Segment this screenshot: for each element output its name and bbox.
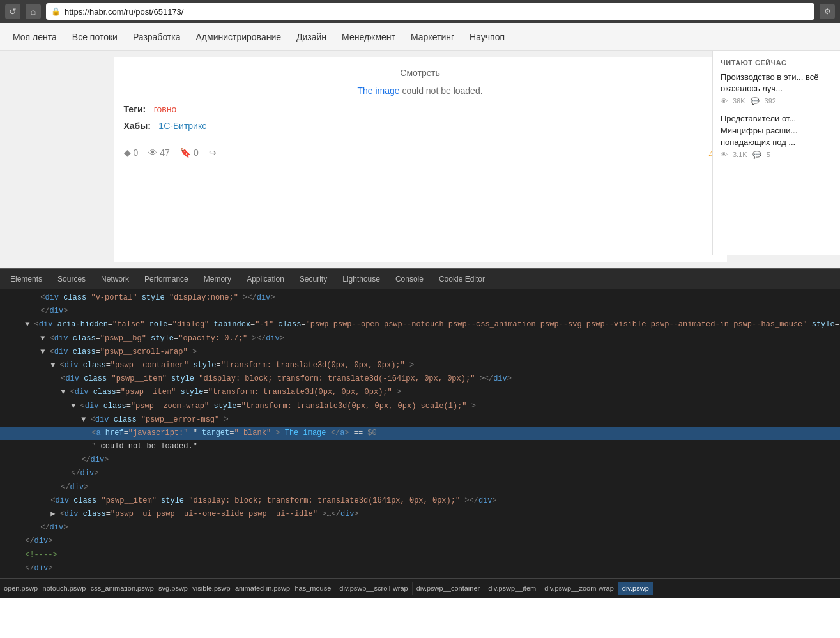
tab-performance[interactable]: Performance	[137, 271, 196, 289]
bookmarks-value: 0	[194, 148, 199, 158]
nav-all-streams[interactable]: Все потоки	[72, 32, 118, 42]
sidebar-heading: ЧИТАЮТ СЕЙЧАС	[721, 59, 832, 66]
tab-network[interactable]: Network	[93, 271, 137, 289]
score-value: 0	[134, 148, 139, 158]
sidebar-views-1: 36K	[733, 97, 745, 105]
html-line-17[interactable]: ▶ <div class="pswp__ui pswp__ui--one-sli…	[0, 508, 840, 521]
comments-icon-sidebar: 💬	[751, 97, 760, 105]
nav-development[interactable]: Разработка	[133, 32, 181, 42]
sidebar-article-1: Производство в эти... всё оказалось луч.…	[721, 72, 832, 105]
html-line-19[interactable]: </div>	[0, 535, 840, 548]
html-line-16[interactable]: <div class="pswp__item" style="display: …	[0, 494, 840, 508]
the-image-link-text[interactable]: The image	[285, 429, 326, 437]
devtools-tabs: Elements Sources Network Performance Mem…	[0, 268, 840, 289]
footer-score: ◆ 0	[124, 148, 139, 158]
tab-elements[interactable]: Elements	[3, 271, 50, 289]
breadcrumb-container[interactable]: div.pswp__container	[413, 582, 484, 595]
reload-button[interactable]: ↺	[5, 4, 20, 19]
sidebar-article-2: Представители от... Минцифры расши... по…	[721, 113, 832, 159]
browser-actions: ⚙	[820, 4, 835, 19]
html-line-10[interactable]: ▼ <div class="pswp__error-msg" >	[0, 413, 840, 427]
image-error-text: could not be loaded.	[400, 86, 483, 96]
footer-views: 👁 47	[148, 148, 170, 158]
image-error-message: The image could not be loaded.	[124, 86, 717, 96]
comments-icon-sidebar-2: 💬	[752, 151, 761, 159]
html-line-2[interactable]: </div>	[0, 305, 840, 318]
sidebar-views-2: 3.1K	[733, 151, 747, 159]
footer-bookmarks: 🔖 0	[180, 148, 199, 158]
browser-chrome: ↺ ⌂ 🔒 ⚙	[0, 0, 840, 23]
tags-label: Теги:	[124, 104, 146, 114]
tab-security[interactable]: Security	[292, 271, 335, 289]
html-line-7[interactable]: <div class="pswp__item" style="display: …	[0, 372, 840, 386]
lock-icon: 🔒	[51, 7, 61, 16]
html-line-5[interactable]: ▼ <div class="pswp__scroll-wrap" >	[0, 346, 840, 359]
tab-sources[interactable]: Sources	[50, 271, 93, 289]
html-line-9[interactable]: ▼ <div class="pswp__zoom-wrap" style="tr…	[0, 400, 840, 413]
article-footer: ◆ 0 👁 47 🔖 0 ↪ ⚠	[124, 142, 717, 158]
nav-design[interactable]: Дизайн	[296, 32, 326, 42]
hubs-row: Хабы: 1С-Битрикс	[124, 120, 717, 132]
tab-lighthouse[interactable]: Lighthouse	[335, 271, 388, 289]
sidebar-comments-1: 392	[765, 97, 776, 105]
sidebar-article-title-2[interactable]: Представители от... Минцифры расши... по…	[721, 113, 832, 148]
nav-science[interactable]: Научпоп	[470, 32, 505, 42]
hub-value[interactable]: 1С-Битрикс	[158, 121, 206, 131]
tab-console[interactable]: Console	[388, 271, 431, 289]
html-line-3[interactable]: ▼ <div aria-hidden="false" role="dialog"…	[0, 318, 840, 331]
devtools-panel: Elements Sources Network Performance Mem…	[0, 268, 840, 598]
html-line-8[interactable]: ▼ <div class="pswp__item" style="transfo…	[0, 386, 840, 399]
html-line-13[interactable]: </div>	[0, 453, 840, 467]
article-content-box: Смотреть The image could not be loaded. …	[114, 57, 727, 262]
sidebar-article-title-1[interactable]: Производство в эти... всё оказалось луч.…	[721, 72, 832, 95]
tag-value[interactable]: говно	[154, 104, 177, 114]
html-line-1[interactable]: <div class="v-portal" style="display:non…	[0, 291, 840, 305]
address-bar: 🔒	[46, 3, 814, 20]
bookmarks-icon: 🔖	[180, 148, 191, 158]
nav-administration[interactable]: Администрирование	[196, 32, 282, 42]
nav-marketing[interactable]: Маркетинг	[411, 32, 454, 42]
sidebar-comments-2: 5	[767, 151, 770, 159]
breadcrumb-scroll-wrap[interactable]: div.pswp__scroll-wrap	[335, 582, 412, 595]
html-line-20[interactable]: <!---->	[0, 549, 840, 562]
views-value: 47	[160, 148, 170, 158]
image-error-link[interactable]: The image	[357, 86, 399, 96]
sidebar-panel: ЧИТАЮТ СЕЙЧАС Производство в эти... всё …	[712, 51, 840, 255]
breadcrumb-zoom-wrap[interactable]: div.pswp__zoom-wrap	[540, 582, 618, 595]
tab-memory[interactable]: Memory	[196, 271, 239, 289]
sidebar-article-stats-1: 👁 36K 💬 392	[721, 97, 832, 105]
breadcrumb-open-pswp[interactable]: open.pswp--notouch.pswp--css_animation.p…	[0, 582, 335, 595]
html-line-15[interactable]: </div>	[0, 481, 840, 494]
hubs-label: Хабы:	[124, 121, 151, 131]
devtools-html-content: <div class="v-portal" style="display:non…	[0, 289, 840, 578]
image-placeholder: Смотреть	[124, 68, 717, 78]
html-line-11[interactable]: <a href="javascript:" " target="_blank" …	[0, 427, 840, 440]
footer-share[interactable]: ↪	[209, 148, 217, 158]
extensions-button[interactable]: ⚙	[820, 4, 835, 19]
html-line-6[interactable]: ▼ <div class="pswp__container" style="tr…	[0, 359, 840, 372]
breadcrumb-item[interactable]: div.pswp__item	[484, 582, 540, 595]
views-icon: 👁	[148, 148, 157, 158]
sidebar-article-stats-2: 👁 3.1K 💬 5	[721, 151, 832, 159]
breadcrumb-pswp-active[interactable]: div.pswp	[618, 582, 653, 595]
nav-my-feed[interactable]: Моя лента	[13, 32, 57, 42]
tab-cookie-editor[interactable]: Cookie Editor	[431, 271, 493, 289]
main-content: Смотреть The image could not be loaded. …	[0, 51, 840, 268]
nav-management[interactable]: Менеджмент	[342, 32, 395, 42]
views-icon-sidebar-2: 👁	[721, 151, 728, 159]
site-navigation: Моя лента Все потоки Разработка Админист…	[0, 23, 840, 51]
devtools-statusbar: open.pswp--notouch.pswp--css_animation.p…	[0, 578, 840, 598]
home-button[interactable]: ⌂	[26, 4, 41, 19]
views-icon-sidebar: 👁	[721, 97, 728, 105]
html-line-4[interactable]: ▼ <div class="pswp__bg" style="opacity: …	[0, 332, 840, 346]
score-icon: ◆	[124, 148, 131, 158]
html-line-14[interactable]: </div>	[0, 467, 840, 480]
html-line-21[interactable]: </div>	[0, 562, 840, 575]
tags-row: Теги: говно	[124, 103, 717, 115]
html-line-18[interactable]: </div>	[0, 521, 840, 535]
html-line-12[interactable]: " could not be loaded."	[0, 440, 840, 453]
url-input[interactable]	[65, 7, 809, 17]
share-icon: ↪	[209, 148, 217, 158]
tab-application[interactable]: Application	[239, 271, 292, 289]
